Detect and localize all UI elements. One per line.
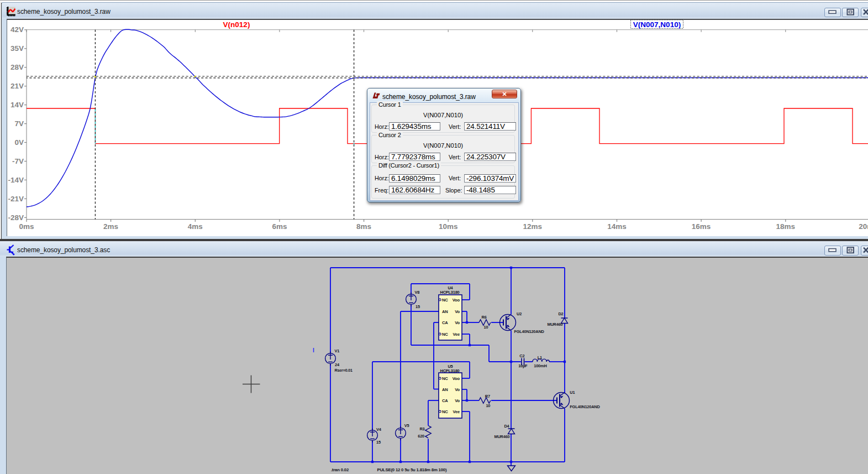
svg-text:CA: CA (442, 320, 448, 325)
svg-text:L1: L1 (538, 355, 542, 360)
svg-text:15: 15 (415, 304, 420, 309)
svg-text:10µF: 10µF (518, 363, 528, 368)
svg-text:-21V: -21V (8, 195, 24, 203)
svg-text:Voo: Voo (453, 376, 460, 381)
svg-text:V(N007,N010): V(N007,N010) (633, 20, 681, 29)
svg-text:6ms: 6ms (272, 222, 287, 231)
svg-text:V(n012): V(n012) (223, 20, 250, 29)
svg-text:D2: D2 (558, 311, 563, 316)
svg-text:21V: 21V (10, 82, 24, 90)
svg-text:0V: 0V (14, 138, 24, 147)
svg-text:Vo: Vo (455, 398, 460, 403)
svg-text:10: 10 (486, 403, 490, 408)
svg-text:-14V: -14V (8, 176, 24, 184)
svg-text:V5: V5 (404, 423, 409, 428)
svg-text:620: 620 (418, 434, 424, 439)
svg-text:PULSE(0 12 0 5u 5u 1.818m 8m 1: PULSE(0 12 0 5u 5u 1.818m 8m 100) (377, 467, 447, 472)
svg-text:10ms: 10ms (439, 222, 458, 231)
svg-text:V8: V8 (415, 290, 420, 295)
svg-text:12ms: 12ms (523, 222, 543, 231)
svg-text:-7V: -7V (12, 157, 24, 165)
svg-text:NC: NC (442, 376, 448, 381)
svg-text:Vee: Vee (453, 332, 460, 337)
svg-text:Voo: Voo (453, 298, 460, 303)
svg-text:8ms: 8ms (356, 222, 371, 231)
svg-text:Vo: Vo (455, 309, 460, 314)
svg-text:AN: AN (442, 309, 448, 314)
svg-text:16ms: 16ms (692, 222, 711, 231)
svg-text:C2: C2 (519, 353, 524, 358)
svg-text:V4: V4 (376, 427, 382, 432)
svg-text:CA: CA (442, 398, 448, 403)
svg-text:AN: AN (442, 387, 448, 392)
svg-text:14V: 14V (10, 101, 24, 109)
svg-text:Vee: Vee (453, 409, 460, 414)
svg-text:R7: R7 (485, 394, 490, 399)
svg-text:NC: NC (442, 409, 448, 414)
svg-text:35V: 35V (10, 44, 24, 53)
svg-text:Vo: Vo (455, 387, 460, 392)
svg-text:MUR460: MUR460 (548, 322, 563, 327)
svg-text:10: 10 (484, 325, 488, 330)
svg-text:24: 24 (335, 362, 340, 367)
svg-text:D4: D4 (504, 424, 509, 429)
svg-text:R3: R3 (419, 426, 424, 431)
svg-text:28V: 28V (10, 63, 24, 71)
svg-text:Vo: Vo (455, 320, 460, 325)
svg-text:NC: NC (442, 298, 448, 303)
svg-text:2ms: 2ms (103, 222, 118, 231)
svg-text:HCPL3180: HCPL3180 (440, 368, 460, 373)
svg-text:FGL40N120AND: FGL40N120AND (570, 404, 600, 409)
svg-text:14ms: 14ms (607, 222, 627, 231)
svg-text:U1: U1 (570, 390, 575, 395)
svg-text:20ms: 20ms (859, 222, 868, 231)
svg-text:U2: U2 (517, 311, 522, 316)
svg-text:R6: R6 (482, 315, 487, 320)
svg-text:100mH: 100mH (534, 363, 546, 368)
svg-text:-28V: -28V (8, 213, 24, 222)
svg-text:18ms: 18ms (776, 222, 796, 231)
svg-text:15: 15 (376, 440, 381, 445)
svg-text:V1: V1 (335, 348, 340, 353)
svg-text:I: I (313, 347, 314, 353)
svg-text:HCPL3180: HCPL3180 (440, 290, 460, 295)
svg-text:7V: 7V (14, 119, 24, 128)
svg-text:MUR460: MUR460 (495, 434, 510, 439)
svg-text:FGL40N120AND: FGL40N120AND (514, 329, 544, 334)
svg-text:0ms: 0ms (19, 222, 34, 231)
svg-text:42V: 42V (10, 25, 24, 34)
svg-text:4ms: 4ms (188, 222, 203, 231)
svg-text:NC: NC (442, 332, 448, 337)
svg-text:.tran 0.02: .tran 0.02 (331, 467, 349, 472)
svg-text:Rser=0.01: Rser=0.01 (335, 368, 353, 373)
